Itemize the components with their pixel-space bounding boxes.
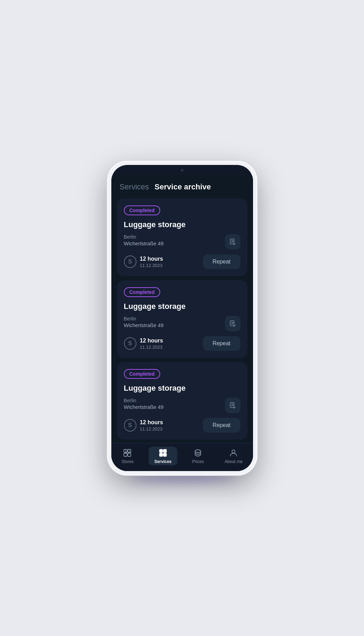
- card-street: Wichertstraße 49: [124, 404, 164, 410]
- svg-rect-6: [128, 453, 131, 456]
- nav-item-services[interactable]: Services: [149, 447, 177, 465]
- service-card: Completed Luggage storage Berlin Wichert…: [117, 362, 247, 440]
- notch: [161, 165, 203, 175]
- card-location-row: Berlin Wichertstraße 49: [124, 234, 240, 250]
- download-receipt-button[interactable]: [225, 316, 240, 331]
- card-bottom-row: S 12 hours 11.12.2023 Repeat: [124, 418, 240, 433]
- about-icon: [229, 448, 238, 458]
- status-badge: Completed: [124, 369, 160, 379]
- camera-dot: [181, 169, 184, 172]
- bottom-nav: Stores Services: [111, 443, 253, 471]
- duration-date: 11.12.2023: [140, 345, 163, 350]
- s-icon: S: [124, 255, 136, 268]
- s-icon: S: [124, 337, 136, 350]
- card-location: Berlin Wichertstraße 49: [124, 316, 164, 328]
- card-street: Wichertstraße 49: [124, 240, 164, 246]
- card-location-row: Berlin Wichertstraße 49: [124, 398, 240, 413]
- svg-point-14: [232, 450, 235, 453]
- svg-rect-11: [159, 453, 163, 456]
- card-city: Berlin: [124, 316, 164, 321]
- screen-content: Services Service archive Completed Lugga…: [111, 175, 253, 471]
- service-card: Completed Luggage storage Berlin Wichert…: [117, 280, 247, 358]
- card-bottom-row: S 12 hours 11.12.2023 Repeat: [124, 254, 240, 269]
- status-badge: Completed: [124, 287, 160, 297]
- status-badge: Completed: [124, 205, 160, 215]
- card-title: Luggage storage: [124, 220, 240, 229]
- phone-shell: Services Service archive Completed Lugga…: [107, 161, 257, 475]
- nav-label-services: Services: [154, 459, 171, 464]
- phone-wrapper: Services Service archive Completed Lugga…: [107, 161, 257, 475]
- status-label: Completed: [129, 371, 155, 377]
- prices-icon: [193, 448, 203, 458]
- svg-point-13: [195, 450, 201, 453]
- repeat-button[interactable]: Repeat: [203, 418, 240, 433]
- status-label: Completed: [129, 208, 155, 213]
- nav-label-stores: Stores: [121, 459, 134, 464]
- archive-tab-label[interactable]: Service archive: [155, 182, 211, 191]
- svg-rect-9: [159, 449, 163, 453]
- duration-text: 12 hours 11.12.2023: [140, 256, 163, 268]
- svg-rect-12: [163, 453, 166, 456]
- nav-label-about: About me: [224, 459, 242, 464]
- service-card: Completed Luggage storage Berlin Wichert…: [117, 198, 247, 276]
- nav-label-prices: Prices: [192, 459, 204, 464]
- card-city: Berlin: [124, 234, 164, 240]
- duration-hours: 12 hours: [140, 256, 163, 262]
- services-tab-label[interactable]: Services: [120, 182, 149, 191]
- nav-item-prices[interactable]: Prices: [187, 447, 209, 465]
- card-location: Berlin Wichertstraße 49: [124, 234, 164, 246]
- nav-item-about[interactable]: About me: [219, 447, 248, 465]
- s-icon: S: [124, 419, 136, 432]
- svg-rect-10: [163, 449, 166, 453]
- card-duration: S 12 hours 11.12.2023: [124, 419, 163, 432]
- status-label: Completed: [129, 289, 155, 295]
- card-title: Luggage storage: [124, 302, 240, 311]
- card-location: Berlin Wichertstraße 49: [124, 398, 164, 410]
- duration-text: 12 hours 11.12.2023: [140, 419, 163, 432]
- phone-screen: Services Service archive Completed Lugga…: [111, 165, 253, 471]
- duration-hours: 12 hours: [140, 338, 163, 344]
- stores-icon: [122, 448, 132, 458]
- card-street: Wichertstraße 49: [124, 322, 164, 328]
- svg-rect-5: [124, 453, 127, 456]
- repeat-button[interactable]: Repeat: [203, 254, 240, 269]
- duration-date: 11.12.2023: [140, 426, 163, 432]
- duration-text: 12 hours 11.12.2023: [140, 338, 163, 350]
- services-icon: [158, 448, 168, 458]
- page-header: Services Service archive: [111, 175, 253, 196]
- duration-date: 11.12.2023: [140, 263, 163, 268]
- card-duration: S 12 hours 11.12.2023: [124, 337, 163, 350]
- nav-item-stores[interactable]: Stores: [116, 447, 139, 465]
- card-bottom-row: S 12 hours 11.12.2023 Repeat: [124, 336, 240, 351]
- download-receipt-button[interactable]: [225, 234, 240, 250]
- duration-hours: 12 hours: [140, 419, 163, 426]
- card-duration: S 12 hours 11.12.2023: [124, 255, 163, 268]
- card-location-row: Berlin Wichertstraße 49: [124, 316, 240, 331]
- card-city: Berlin: [124, 398, 164, 403]
- download-receipt-button[interactable]: [225, 398, 240, 413]
- repeat-button[interactable]: Repeat: [203, 336, 240, 351]
- cards-scroll-area: Completed Luggage storage Berlin Wichert…: [111, 196, 253, 443]
- card-title: Luggage storage: [124, 384, 240, 393]
